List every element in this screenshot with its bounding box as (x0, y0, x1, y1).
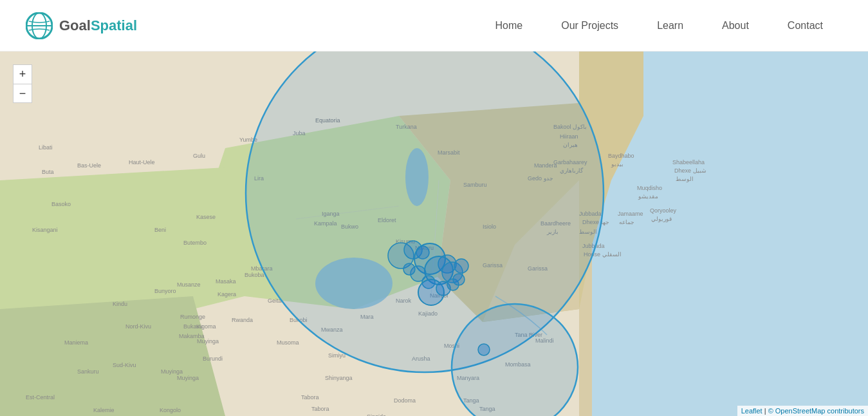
svg-text:Bukwo: Bukwo (341, 223, 358, 230)
svg-text:Narok: Narok (396, 298, 412, 304)
svg-text:Kasese: Kasese (196, 214, 216, 220)
svg-text:Bukavu: Bukavu (183, 323, 203, 330)
svg-text:مقديشو: مقديشو (638, 193, 658, 200)
svg-text:Mandera: Mandera (534, 162, 557, 169)
svg-text:Mara: Mara (360, 314, 374, 320)
svg-text:Kindu: Kindu (113, 301, 127, 307)
svg-point-11 (405, 148, 429, 206)
svg-text:Garissa: Garissa (528, 265, 548, 272)
map-container[interactable]: Basoko Kisangani Bas-Uele Haut-Uele Gulu… (0, 52, 868, 416)
svg-text:Manyara: Manyara (457, 375, 479, 381)
svg-text:Samburu: Samburu (463, 182, 487, 188)
svg-text:Basoko: Basoko (51, 201, 71, 207)
svg-text:Iganga: Iganga (322, 211, 340, 217)
svg-text:قوريولي: قوريولي (651, 216, 672, 223)
svg-text:Hiiraan: Hiiraan (560, 133, 578, 140)
svg-text:Tabora: Tabora (311, 406, 329, 412)
svg-text:Bukobi: Bukobi (290, 317, 308, 323)
map-controls: + − (13, 64, 32, 103)
svg-text:Singida: Singida (367, 413, 386, 416)
svg-text:Muqdisho: Muqdisho (637, 185, 662, 191)
svg-text:Butembo: Butembo (183, 240, 207, 246)
svg-text:Kongolo: Kongolo (160, 407, 181, 413)
svg-text:Tanga: Tanga (463, 397, 479, 404)
svg-text:Rumonge: Rumonge (180, 314, 205, 320)
svg-text:Mwanza: Mwanza (321, 326, 343, 333)
svg-text:Malindi: Malindi (535, 337, 554, 344)
svg-text:الوسط: الوسط (579, 229, 597, 236)
svg-text:Bukoba: Bukoba (245, 272, 264, 278)
svg-text:Kisumu: Kisumu (396, 238, 415, 245)
map-attribution: Leaflet | © OpenStreetMap contributors (737, 406, 868, 416)
svg-text:Kajiado: Kajiado (418, 310, 438, 317)
svg-marker-6 (0, 167, 245, 322)
svg-text:Geita: Geita (268, 298, 282, 304)
logo[interactable]: GoalSpatial (26, 12, 137, 39)
svg-text:Baydhabo: Baydhabo (608, 153, 634, 159)
svg-text:Garissa: Garissa (483, 262, 503, 269)
svg-text:Est-Central: Est-Central (26, 394, 55, 401)
svg-text:Kalemie: Kalemie (93, 407, 115, 413)
svg-text:Yumbe: Yumbe (239, 137, 257, 143)
nav-about[interactable]: About (703, 14, 768, 38)
svg-text:Jubbada: Jubbada (579, 211, 602, 217)
svg-text:Musoma: Musoma (277, 339, 299, 346)
svg-text:Garbahaarey: Garbahaarey (553, 159, 587, 165)
svg-text:Shinyanga: Shinyanga (325, 375, 353, 381)
svg-text:Equatoria: Equatoria (315, 117, 340, 124)
svg-text:Mbarara: Mbarara (251, 265, 273, 272)
svg-text:Bas-Uele: Bas-Uele (77, 162, 101, 169)
svg-text:بيدبو: بيدبو (611, 161, 623, 168)
svg-text:Kagera: Kagera (217, 291, 236, 298)
svg-text:Isiolo: Isiolo (483, 223, 496, 230)
svg-text:Burundi: Burundi (203, 355, 223, 362)
header: GoalSpatial Home Our Projects Learn Abou… (0, 0, 868, 52)
svg-text:Gedo جدو: Gedo جدو (528, 175, 553, 182)
svg-text:Eldoret: Eldoret (378, 217, 396, 223)
svg-text:جماعه: جماعه (619, 219, 634, 225)
osm-link[interactable]: © OpenStreetMap contributors (768, 407, 864, 415)
svg-text:Qoryooley: Qoryooley (650, 207, 677, 214)
svg-text:Tabora: Tabora (301, 394, 319, 401)
svg-text:Dodoma: Dodoma (394, 397, 416, 404)
svg-text:Dhexe جها: Dhexe جها (582, 219, 609, 226)
nav-learn[interactable]: Learn (638, 14, 703, 38)
svg-text:Sankuru: Sankuru (77, 368, 99, 375)
zoom-in-button[interactable]: + (13, 64, 32, 84)
svg-text:Gulu: Gulu (193, 153, 205, 159)
svg-text:Muyinga: Muyinga (161, 368, 183, 375)
svg-text:Marsabit: Marsabit (438, 149, 460, 156)
zoom-out-button[interactable]: − (13, 84, 32, 103)
svg-text:Tanga: Tanga (479, 406, 495, 412)
svg-text:Bakool باكول: Bakool باكول (553, 124, 587, 131)
svg-text:Kampala: Kampala (314, 220, 337, 227)
svg-point-10 (315, 258, 392, 309)
svg-text:Rwanda: Rwanda (232, 317, 253, 323)
svg-text:Muyinga: Muyinga (177, 375, 199, 381)
map-background: Basoko Kisangani Bas-Uele Haut-Uele Gulu… (0, 52, 868, 416)
svg-text:Masaka: Masaka (216, 278, 236, 285)
svg-text:Hoose السقلي: Hoose السقلي (584, 251, 622, 258)
svg-text:Maniema: Maniema (64, 339, 88, 346)
svg-text:Kisangani: Kisangani (32, 227, 58, 233)
svg-text:Lira: Lira (254, 175, 264, 182)
svg-text:Libati: Libati (39, 144, 53, 151)
svg-text:Jamaame: Jamaame (618, 211, 643, 217)
nav-home[interactable]: Home (476, 14, 542, 38)
svg-text:Sud-Kivu: Sud-Kivu (113, 362, 136, 368)
nav-contact[interactable]: Contact (768, 14, 842, 38)
svg-text:هيران: هيران (563, 142, 578, 149)
svg-text:Shabeellaha: Shabeellaha (672, 159, 705, 165)
svg-text:Jubbada: Jubbada (582, 243, 605, 249)
svg-text:Nakuru: Nakuru (415, 245, 434, 251)
svg-text:بازير: بازير (546, 229, 559, 236)
svg-text:Simiyu: Simiyu (328, 352, 346, 359)
svg-text:گارباهاري: گارباهاري (560, 167, 584, 175)
svg-text:الوسط: الوسط (676, 176, 694, 183)
svg-text:Muyinga: Muyinga (197, 338, 219, 345)
logo-icon (26, 12, 53, 39)
svg-text:Baardheere: Baardheere (540, 220, 571, 227)
nav-our-projects[interactable]: Our Projects (542, 14, 638, 38)
leaflet-link[interactable]: Leaflet (741, 407, 762, 415)
svg-text:Arusha: Arusha (412, 355, 430, 362)
